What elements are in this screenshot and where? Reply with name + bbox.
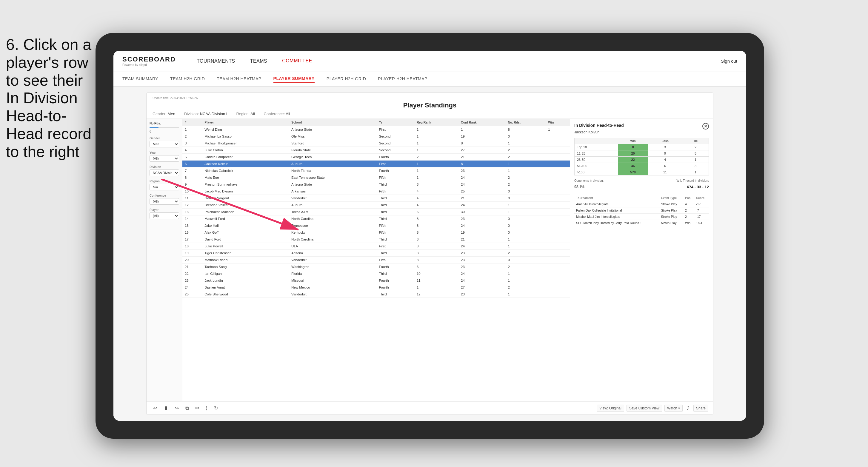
filter-year-group: Year (All) — [150, 151, 179, 162]
sub-nav-player-summary[interactable]: PLAYER SUMMARY — [273, 75, 315, 83]
h2h-row-11-25: 11-25 20 9 5 — [575, 150, 709, 157]
sub-nav-player-h2h-grid[interactable]: PLAYER H2H GRID — [327, 75, 366, 82]
undo-button[interactable]: ↩ — [151, 405, 159, 411]
filter-no-rds: No Rds. 6 — [150, 122, 179, 133]
filter-conference-group: Conference (All) — [150, 194, 179, 205]
tournament-table: Tournament Event Type Pos Score Amer Ari… — [574, 195, 709, 226]
table-row[interactable]: 4 Luke Claton Florida State Second 1 27 … — [182, 147, 570, 154]
table-row[interactable]: 6 Jackson Koivun Auburn First 1 8 1 — [182, 160, 570, 167]
filter-gender-group: Gender Men — [150, 137, 179, 147]
col-yr: Yr — [377, 119, 414, 126]
table-row[interactable]: 17 David Ford North Carolina Third 8 21 … — [182, 236, 570, 243]
logo-powered: Powered by clippd — [122, 63, 176, 66]
redo-button[interactable]: ↪ — [173, 405, 181, 411]
table-row[interactable]: 21 Taehoon Song Washington Fourth 6 23 2 — [182, 263, 570, 270]
h2h-col-loss: Loss — [648, 138, 682, 144]
sub-nav-team-h2h-heatmap[interactable]: TEAM H2H HEATMAP — [217, 75, 261, 82]
filters-panel: No Rds. 6 Gender Men — [147, 119, 182, 401]
table-row[interactable]: 18 Luke Powell ULA First 8 24 1 — [182, 243, 570, 250]
table-row[interactable]: 2 Michael La Sasso Ole Miss Second 1 19 … — [182, 133, 570, 140]
arrow-button[interactable]: ⟩ — [204, 405, 209, 411]
card-body: No Rds. 6 Gender Men — [147, 119, 713, 401]
view-original-button[interactable]: View: Original — [597, 405, 624, 412]
sub-nav-team-h2h-grid[interactable]: TEAM H2H GRID — [170, 75, 205, 82]
conference-select[interactable]: (All) — [150, 198, 179, 205]
share-button[interactable]: Share — [693, 405, 708, 412]
col-no-rds: No. Rds. — [505, 119, 546, 126]
year-select[interactable]: (All) — [150, 155, 179, 162]
t-col-pos: Pos — [683, 195, 694, 201]
sub-nav-player-h2h-heatmap[interactable]: PLAYER H2H HEATMAP — [378, 75, 428, 82]
region-select[interactable]: N/a — [150, 184, 179, 190]
toolbar-right: View: Original Save Custom View Watch ▾ … — [597, 405, 708, 412]
table-row[interactable]: 8 Mats Ege East Tennessee State Fifth 1 … — [182, 174, 570, 181]
h2h-table: Win Loss Tie Top 10 8 3 2 — [574, 138, 709, 176]
h2h-row-top10: Top 10 8 3 2 — [575, 144, 709, 150]
bottom-toolbar: ↩ ⏸ ↪ ⧉ ✂ ⟩ ↻ View: Original Save Custom… — [147, 401, 713, 414]
table-row[interactable]: 23 Jack Lundin Missouri Fourth 11 24 1 — [182, 277, 570, 284]
filter-row: Gender: Men Division: NCAA Division I Re… — [153, 112, 707, 116]
h2h-col-win: Win — [618, 138, 648, 144]
card-header: Update time: 27/03/2024 16:56:26 Player … — [147, 93, 713, 119]
table-area[interactable]: # Player School Yr Reg Rank Conf Rank No… — [182, 119, 570, 401]
top-nav: SCOREBOARD Powered by clippd TOURNAMENTS… — [114, 51, 746, 72]
tournament-header-row: Tournament Event Type Pos Score — [574, 195, 709, 201]
sign-out-button[interactable]: Sign out — [721, 59, 737, 64]
table-row[interactable]: 3 Michael Thorbjornsen Stanford Second 1… — [182, 140, 570, 147]
table-row[interactable]: 10 Jacob Mac Diesen Arkansas Fifth 4 25 … — [182, 188, 570, 195]
copy-button[interactable]: ⧉ — [184, 405, 190, 411]
h2h-col-tie: Tie — [682, 138, 709, 144]
save-custom-view-button[interactable]: Save Custom View — [626, 405, 662, 412]
table-row[interactable]: 20 Matthew Riedel Vanderbilt Fifth 8 23 … — [182, 257, 570, 263]
filter-player-group: Player (All) — [150, 208, 179, 219]
col-player: Player — [202, 119, 289, 126]
t-col-tournament: Tournament — [574, 195, 659, 201]
gender-select[interactable]: Men — [150, 141, 179, 147]
table-row[interactable]: 14 Maxwell Ford North Carolina Third 8 2… — [182, 215, 570, 222]
table-row[interactable]: 11 Gordon Sargent Vanderbilt Third 4 21 … — [182, 195, 570, 202]
filter-conference: Conference: All — [264, 112, 290, 116]
division-select[interactable]: NCAA Division I — [150, 169, 179, 176]
cut-button[interactable]: ✂ — [193, 405, 201, 411]
h2h-player-name: Jackson Koivun — [574, 130, 709, 134]
table-row[interactable]: 24 Bastien Amat New Mexico Fourth 1 27 2 — [182, 284, 570, 291]
year-filter-label: Year — [150, 151, 179, 154]
nav-tournaments[interactable]: TOURNAMENTS — [197, 57, 235, 65]
share-icon[interactable]: ⤴ — [685, 405, 691, 411]
tournament-row: SEC Match Play Hosted by Jerry Pata Roun… — [574, 220, 709, 226]
table-row[interactable]: 9 Preston Summerhays Arizona State Third… — [182, 181, 570, 188]
table-header-row: # Player School Yr Reg Rank Conf Rank No… — [182, 119, 570, 126]
instruction-text: 6. Click on a player's row to see their … — [0, 36, 98, 161]
player-select[interactable]: (All) — [150, 213, 179, 219]
col-reg-rank: Reg Rank — [414, 119, 459, 126]
filter-region-group: Region N/a — [150, 180, 179, 190]
slider-track[interactable] — [150, 127, 179, 128]
dashboard-card: Update time: 27/03/2024 16:56:26 Player … — [146, 93, 713, 415]
filter-division: Division: NCAA Division I — [184, 112, 227, 116]
table-row[interactable]: 12 Brendan Valles Auburn Third 4 24 1 — [182, 202, 570, 209]
table-row[interactable]: 25 Cole Sherwood Vanderbilt Third 12 23 … — [182, 291, 570, 298]
table-row[interactable]: 22 Ian Gilligan Florida Third 10 24 1 — [182, 270, 570, 277]
table-row[interactable]: 13 Phichaksn Maichon Texas A&M Third 6 3… — [182, 209, 570, 215]
pause-button[interactable]: ⏸ — [162, 405, 170, 411]
sub-nav-team-summary[interactable]: TEAM SUMMARY — [122, 75, 158, 82]
table-row[interactable]: 5 Christo Lamprecht Georgia Tech Fourth … — [182, 154, 570, 160]
refresh-button[interactable]: ↻ — [212, 405, 220, 411]
t-col-event-type: Event Type — [659, 195, 683, 201]
h2h-title: In Division Head-to-Head — [574, 123, 624, 128]
table-row[interactable]: 15 Jake Hall Tennessee Fifth 8 24 0 — [182, 222, 570, 229]
tournament-row: Mirabel Maui Jim Intercollegiate Stroke … — [574, 214, 709, 220]
nav-teams[interactable]: TEAMS — [250, 57, 268, 65]
table-row[interactable]: 1 Wenyi Ding Arizona State First 1 1 8 1 — [182, 126, 570, 133]
division-filter-label: Division — [150, 165, 179, 168]
filter-division-group: Division NCAA Division I — [150, 165, 179, 176]
nav-committee[interactable]: COMMITTEE — [282, 57, 312, 65]
table-row[interactable]: 19 Tiger Christensen Arizona Third 8 23 … — [182, 250, 570, 257]
col-conf-rank: Conf Rank — [459, 119, 505, 126]
table-row[interactable]: 16 Alex Goff Kentucky Fifth 8 19 0 — [182, 229, 570, 236]
table-row[interactable]: 7 Nicholas Gabrelcik North Florida Fourt… — [182, 167, 570, 174]
no-rds-label: No Rds. — [150, 122, 179, 125]
filter-region: Region: All — [236, 112, 255, 116]
h2h-close-button[interactable]: ✕ — [702, 123, 709, 129]
watch-button[interactable]: Watch ▾ — [664, 405, 683, 412]
